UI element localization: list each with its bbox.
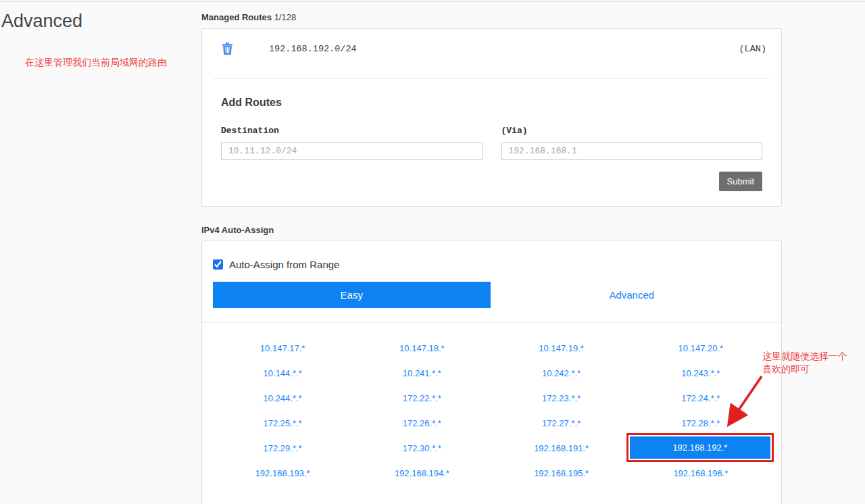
ip-range-option[interactable]: 172.30.*.*	[403, 443, 441, 453]
add-routes-section: Add Routes Destination (Via) Submit	[202, 79, 781, 206]
left-annotation-note: 在这里管理我们当前局域网的路由	[25, 57, 167, 69]
range-mode-tabs: Easy Advanced	[213, 282, 770, 308]
auto-assign-checkbox-label[interactable]: Auto-Assign from Range	[229, 259, 339, 270]
ip-range-option[interactable]: 10.147.20.*	[678, 343, 724, 353]
ip-range-option[interactable]: 172.25.*.*	[264, 418, 302, 428]
ip-range-option[interactable]: 192.168.194.*	[395, 468, 449, 478]
ip-range-option[interactable]: 192.168.191.*	[534, 443, 589, 453]
main-column: Managed Routes 1/128	[201, 12, 782, 504]
ip-range-option[interactable]: 192.168.196.*	[673, 468, 728, 478]
top-border-line	[0, 1, 865, 2]
ip-range-option[interactable]: 10.147.18.*	[399, 343, 445, 353]
ip-range-option[interactable]: 10.147.19.*	[539, 343, 584, 353]
ip-range-option[interactable]: 172.26.*.*	[403, 418, 441, 428]
route-via: (LAN)	[739, 43, 766, 54]
ip-range-option[interactable]: 10.147.17.*	[260, 343, 305, 353]
ip-range-grid: 10.147.17.* 10.147.18.* 10.147.19.* 10.1…	[213, 323, 770, 486]
managed-routes-count: 1/128	[274, 12, 297, 22]
ip-range-option[interactable]: 172.24.*.*	[681, 393, 720, 403]
auto-assign-checkbox[interactable]	[213, 259, 223, 270]
ip-range-option[interactable]: 192.168.195.*	[534, 468, 589, 478]
ip-range-option[interactable]: 10.242.*.*	[542, 368, 580, 378]
ip-range-option[interactable]: 10.144.*.*	[264, 368, 302, 378]
destination-field-group: Destination	[221, 126, 483, 160]
route-destination: 192.168.192.0/24	[269, 43, 357, 54]
ip-range-option[interactable]: 172.27.*.*	[542, 418, 580, 428]
tab-advanced[interactable]: Advanced	[493, 282, 771, 308]
via-field-group: (Via)	[501, 126, 763, 160]
add-routes-title: Add Routes	[221, 97, 762, 109]
ip-range-option[interactable]: 10.244.*.*	[264, 393, 302, 403]
submit-button[interactable]: Submit	[719, 172, 762, 191]
ip-range-option[interactable]: 10.243.*.*	[681, 368, 720, 378]
annotation-arrow-icon	[715, 371, 772, 433]
ip-range-option[interactable]: 172.22.*.*	[403, 393, 441, 403]
ip-range-option[interactable]: 172.29.*.*	[264, 443, 302, 453]
via-label: (Via)	[501, 126, 763, 136]
submit-row: Submit	[221, 172, 762, 191]
ipv4-auto-assign-label: IPv4 Auto-Assign	[201, 225, 782, 235]
ip-range-selected-cell: 192.168.192.*	[631, 435, 770, 462]
ip-range-option-selected[interactable]: 192.168.192.*	[630, 436, 770, 459]
trash-icon	[222, 47, 233, 57]
ipv4-card: Auto-Assign from Range Easy Advanced 10.…	[201, 241, 782, 504]
managed-routes-label: Managed Routes	[201, 12, 272, 22]
via-input[interactable]	[501, 142, 763, 160]
destination-input[interactable]	[221, 142, 483, 160]
managed-routes-card: 192.168.192.0/24 (LAN) Add Routes Destin…	[201, 28, 782, 207]
destination-label: Destination	[221, 126, 483, 136]
route-row: 192.168.192.0/24 (LAN)	[202, 29, 781, 78]
tab-easy[interactable]: Easy	[213, 282, 491, 308]
ip-range-option[interactable]: 172.28.*.*	[681, 418, 720, 428]
ip-range-option[interactable]: 192.168.193.*	[255, 468, 310, 478]
auto-assign-checkbox-row: Auto-Assign from Range	[202, 241, 781, 282]
page-title: Advanced	[1, 11, 82, 32]
ip-range-option[interactable]: 10.241.*.*	[403, 368, 441, 378]
delete-route-button[interactable]	[221, 43, 233, 56]
overlay-annotation-text: 这里就随便选择一个 喜欢的即可	[762, 350, 857, 376]
ip-range-option[interactable]: 172.23.*.*	[542, 393, 580, 403]
add-routes-fields: Destination (Via)	[221, 126, 762, 160]
managed-routes-header: Managed Routes 1/128	[201, 12, 782, 22]
annotation-highlight-box: 192.168.192.*	[626, 433, 774, 462]
